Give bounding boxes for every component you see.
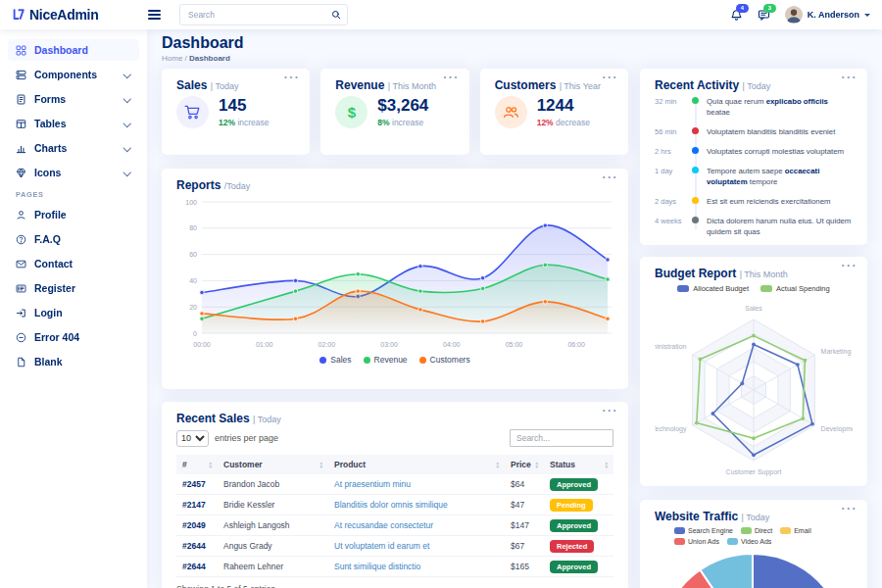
sales-delta: 12% increase: [219, 118, 270, 127]
svg-text:05:00: 05:00: [506, 341, 523, 348]
sidebar-item-error-404[interactable]: Error 404: [8, 326, 139, 348]
sort-icon[interactable]: [605, 461, 608, 468]
product-link[interactable]: Blanditiis dolor omnis similique: [334, 500, 448, 510]
chevron-down-icon: [122, 120, 130, 127]
budget-radar-chart: SalesMarketingDevelopmentCustomer Suppor…: [655, 293, 853, 481]
column-header-price[interactable]: Price: [505, 460, 544, 469]
legend-item[interactable]: Sales: [319, 355, 351, 365]
person-icon: [16, 210, 26, 220]
cart-icon: [176, 96, 209, 128]
svg-text:Customer Support: Customer Support: [726, 468, 782, 476]
card-menu-button[interactable]: [602, 71, 618, 84]
sort-icon[interactable]: [496, 461, 499, 468]
sales-card: Sales | Today 145 12% increase: [162, 69, 310, 155]
page-title: Dashboard: [162, 34, 244, 52]
sidebar-item-components[interactable]: Components: [8, 64, 139, 85]
sidebar-item-register[interactable]: Register: [8, 277, 139, 299]
product-link[interactable]: Ut voluptatem id earum et: [334, 541, 429, 551]
sort-icon[interactable]: [535, 461, 538, 468]
price: $165: [505, 562, 544, 571]
status-badge: Pending: [550, 499, 593, 512]
legend-item[interactable]: Allocated Budget: [677, 284, 749, 293]
sort-icon[interactable]: [209, 461, 212, 468]
activity-text: Voluptates corrupti molestias voluptatem: [707, 146, 844, 157]
column-header-product[interactable]: Product: [328, 460, 505, 469]
legend-item[interactable]: Union Ads: [674, 538, 719, 545]
user-name: K. Anderson: [808, 10, 859, 20]
product-link[interactable]: Sunt similique distinctio: [334, 562, 420, 571]
card-subtitle: | This Month: [740, 270, 788, 279]
sidebar-toggle-button[interactable]: [145, 7, 164, 23]
forms-icon: [16, 94, 26, 105]
sidebar-item-contact[interactable]: Contact: [8, 253, 139, 274]
legend-item[interactable]: Revenue: [364, 355, 408, 365]
sidebar-item-faq[interactable]: F.A.Q: [8, 228, 139, 250]
card-menu-button[interactable]: [842, 259, 858, 272]
legend-item[interactable]: Customers: [419, 355, 470, 365]
svg-text:03:00: 03:00: [380, 341, 398, 348]
brand-logo[interactable]: NiceAdmin: [12, 7, 137, 23]
card-subtitle: | Today: [211, 81, 239, 91]
product-link[interactable]: At recusandae consectetur: [334, 520, 433, 530]
search-input[interactable]: [186, 9, 331, 21]
status-badge: Approved: [550, 478, 598, 491]
status-badge: Rejected: [550, 540, 594, 553]
sidebar-item-label: Blank: [34, 356, 63, 368]
sidebar-item-icons[interactable]: Icons: [8, 162, 139, 183]
card-menu-button[interactable]: [842, 502, 858, 515]
chevron-down-icon: [122, 71, 130, 78]
entries-per-page-select[interactable]: 10: [176, 430, 209, 447]
legend-item[interactable]: Direct: [741, 527, 772, 534]
card-menu-button[interactable]: [842, 71, 858, 84]
product-link[interactable]: At praesentium minu: [334, 479, 411, 489]
svg-text:80: 80: [189, 224, 197, 231]
activity-item: 2 days Est sit eum reiciendis exercitati…: [655, 196, 853, 207]
legend-item[interactable]: Video Ads: [727, 538, 771, 545]
sidebar-item-profile[interactable]: Profile: [8, 204, 139, 225]
activity-time: 2 hrs: [655, 146, 688, 157]
legend-marker: [760, 285, 772, 292]
profile-menu-button[interactable]: K. Anderson: [785, 6, 870, 24]
sidebar-item-charts[interactable]: Charts: [8, 137, 139, 159]
legend-item[interactable]: Actual Spending: [760, 284, 830, 293]
search-icon[interactable]: [331, 10, 341, 20]
sidebar-item-blank[interactable]: Blank: [8, 351, 139, 372]
sidebar: Dashboard Components Forms Tables Charts…: [0, 29, 147, 588]
sidebar-item-label: Register: [34, 282, 75, 294]
notification-badge: 4: [736, 4, 749, 13]
budget-chart-legend: Allocated BudgetActual Spending: [655, 284, 853, 293]
gem-icon: [16, 168, 26, 178]
sidebar-item-tables[interactable]: Tables: [8, 113, 139, 134]
brand-name: NiceAdmin: [29, 7, 98, 23]
card-menu-button[interactable]: [603, 404, 619, 417]
reports-chart-legend: SalesRevenueCustomers: [176, 355, 613, 365]
svg-text:Development: Development: [821, 425, 853, 433]
legend-marker: [674, 527, 685, 534]
card-title: Customers: [495, 78, 557, 92]
legend-item[interactable]: Search Engine: [674, 527, 733, 534]
column-header-id[interactable]: #: [176, 460, 218, 469]
card-menu-button[interactable]: [603, 171, 619, 184]
column-header-status[interactable]: Status: [544, 460, 613, 469]
chevron-down-icon: [122, 169, 130, 176]
table-row: #2147 Bridie Kessler Blanditiis dolor om…: [176, 495, 613, 515]
notifications-button[interactable]: 4: [730, 9, 743, 22]
svg-text:06:00: 06:00: [567, 341, 585, 348]
table-search-input[interactable]: [510, 429, 613, 447]
breadcrumb-home-link[interactable]: Home: [162, 54, 182, 63]
messages-button[interactable]: 3: [758, 9, 770, 22]
sidebar-item-dashboard[interactable]: Dashboard: [8, 39, 139, 61]
sidebar-item-forms[interactable]: Forms: [8, 88, 139, 110]
table-row: #2644 Angus Grady Ut voluptatem id earum…: [176, 536, 613, 557]
column-header-customer[interactable]: Customer: [218, 460, 328, 469]
chevron-down-icon: [122, 144, 130, 152]
svg-text:100: 100: [185, 199, 197, 206]
card-subtitle: /Today: [224, 181, 251, 191]
card-menu-button[interactable]: [284, 71, 301, 84]
sort-icon[interactable]: [319, 461, 322, 468]
legend-item[interactable]: Email: [780, 527, 811, 534]
legend-label: Email: [794, 527, 811, 534]
card-menu-button[interactable]: [443, 71, 460, 84]
sidebar-item-login[interactable]: Login: [8, 302, 139, 323]
svg-text:Sales: Sales: [745, 305, 762, 312]
